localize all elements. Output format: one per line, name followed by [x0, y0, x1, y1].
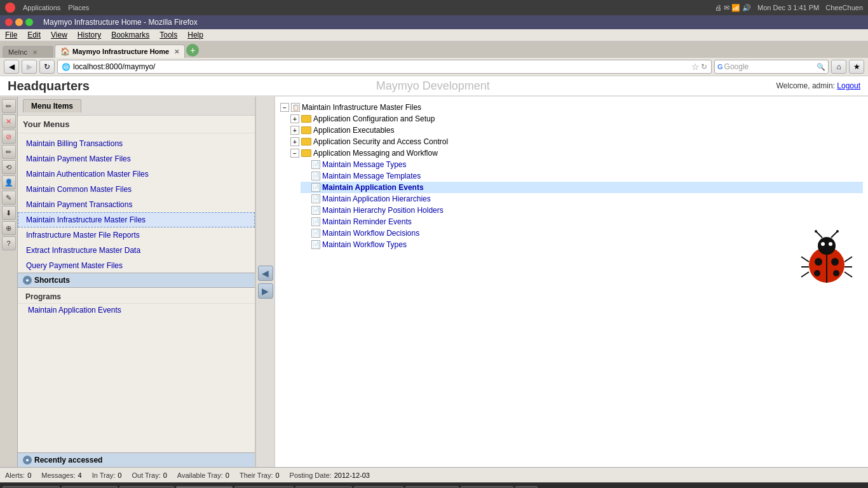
os-topbar-left: Applications Places [5, 3, 89, 13]
tree-root-icon: 📋 [291, 103, 300, 112]
svg-line-11 [831, 231, 837, 238]
search-text: Google [724, 62, 815, 71]
app-title: Headquarters [8, 79, 90, 93]
svg-line-18 [844, 272, 852, 277]
sidebar-icon-9[interactable]: ⊕ [2, 221, 16, 235]
sidebar-icon-3[interactable]: ⊘ [2, 130, 16, 144]
svg-line-16 [844, 257, 852, 262]
reload-button[interactable]: ↻ [39, 60, 55, 74]
out-tray-label: Out Tray: [132, 471, 160, 479]
os-applications[interactable]: Applications [23, 4, 60, 11]
shortcut-item-events[interactable]: Maintain Application Events [18, 304, 255, 316]
tab-add-button[interactable]: + [186, 44, 199, 57]
status-their-tray: Their Tray: 0 [240, 471, 280, 479]
svg-point-12 [836, 230, 839, 233]
tree-folder-appconfig [301, 115, 311, 123]
tree-toggle-appconfig[interactable]: + [290, 114, 299, 123]
back-button[interactable]: ◀ [4, 60, 19, 74]
menu-item-payment-trans[interactable]: Maintain Payment Transactions [18, 197, 255, 212]
tree-toggle-appexec[interactable]: + [290, 126, 299, 135]
status-available-tray: Available Tray: 0 [177, 471, 229, 479]
os-topbar-right: 🖨 ✉ 📶 🔊 Mon Dec 3 1:41 PM CheeChuen [715, 4, 863, 12]
tree-node-msgtemplates[interactable]: 📄 Maintain Message Templates [301, 170, 863, 182]
sidebar-icon-5[interactable]: ⟲ [2, 160, 16, 174]
tree-node-msgtypes[interactable]: 📄 Maintain Message Types [301, 159, 863, 170]
menu-history[interactable]: History [78, 30, 101, 39]
taskbar: maymyo / S... maymyo – '... ~/work/Mel..… [0, 482, 868, 488]
sidebar-icon-6[interactable]: 👤 [2, 175, 16, 189]
sidebar-icon-1[interactable]: ✏ [2, 99, 16, 113]
tab-meinc-close[interactable]: ✕ [32, 49, 37, 56]
menu-file[interactable]: File [5, 30, 17, 39]
tree-label-appexec: Application Executables [313, 126, 394, 135]
address-bar[interactable]: 🌐 localhost:8000/maymyo/ ☆ ↻ [57, 60, 712, 74]
tree-panel: − 📋 Maintain Infrastructure Master Files… [275, 97, 868, 467]
bookmark-button[interactable]: ★ [849, 60, 864, 74]
tree-node-appevents[interactable]: 📄 Maintain Application Events [301, 182, 863, 193]
status-posting-date: Posting Date: 2012-12-03 [290, 471, 370, 479]
app-center-title: Maymyo Development [90, 79, 776, 93]
browser-tabs: MeInc ✕ 🏠 Maymyo Infrastructure Home ✕ + [0, 41, 868, 58]
menu-panel: Menu Items Your Menus Maintain Billing T… [18, 97, 256, 467]
menu-tools[interactable]: Tools [159, 30, 177, 39]
menu-items-tab[interactable]: Menu Items [23, 99, 81, 112]
shortcuts-toggle[interactable]: ● [23, 276, 32, 285]
tree-node-appsec[interactable]: + Application Security and Access Contro… [290, 136, 863, 147]
tree-node-root[interactable]: − 📋 Maintain Infrastructure Master Files [280, 102, 863, 113]
menu-item-common[interactable]: Maintain Common Master Files [18, 182, 255, 197]
menu-item-extract[interactable]: Extract Infrastructure Master Data [18, 243, 255, 258]
os-user: CheeChuen [825, 4, 863, 11]
search-submit-icon[interactable]: 🔍 [817, 63, 825, 71]
status-messages: Messages: 4 [41, 471, 81, 479]
window-close[interactable] [5, 18, 13, 26]
search-bar[interactable]: G Google 🔍 [714, 60, 829, 74]
sidebar-icon-2[interactable]: ✕ [2, 114, 16, 128]
sidebar-icon-8[interactable]: ⬇ [2, 206, 16, 220]
forward-button[interactable]: ▶ [22, 60, 37, 74]
logout-link[interactable]: Logout [837, 81, 860, 90]
tree-node-messaging[interactable]: − Application Messaging and Workflow [290, 147, 863, 159]
os-places[interactable]: Places [68, 4, 89, 11]
tree-node-workflow-dec[interactable]: 📄 Maintain Workflow Decisions [301, 227, 863, 239]
menu-view[interactable]: View [51, 30, 67, 39]
tab-maymyo[interactable]: 🏠 Maymyo Infrastructure Home ✕ [55, 44, 185, 58]
recently-label: Recently accessed [34, 456, 102, 464]
tab-meinc[interactable]: MeInc ✕ [3, 46, 53, 58]
tree-node-appconfig[interactable]: + Application Configuration and Setup [290, 113, 863, 125]
menu-edit[interactable]: Edit [27, 30, 41, 39]
window-maximize[interactable] [25, 18, 33, 26]
menu-item-payment-master[interactable]: Maintain Payment Master Files [18, 151, 255, 166]
tree-node-appexec[interactable]: + Application Executables [290, 125, 863, 136]
browser-navbar: ◀ ▶ ↻ 🌐 localhost:8000/maymyo/ ☆ ↻ G Goo… [0, 58, 868, 76]
address-globe-icon: 🌐 [62, 63, 71, 71]
address-star-icon[interactable]: ☆ [691, 62, 700, 72]
menu-item-query[interactable]: Query Payment Master Files [18, 258, 255, 273]
menu-bookmarks[interactable]: Bookmarks [111, 30, 149, 39]
menu-item-infra-master[interactable]: Maintain Infrastructure Master Files [18, 212, 255, 227]
tree-node-hierpos[interactable]: 📄 Maintain Hierarchy Position Holders [301, 205, 863, 216]
tree-label-reminder: Maintain Reminder Events [322, 217, 412, 226]
menu-item-auth[interactable]: Maintain Authentication Master Files [18, 166, 255, 182]
recently-toggle[interactable]: ● [23, 456, 32, 464]
tab-maymyo-close[interactable]: ✕ [174, 48, 179, 55]
svg-point-10 [815, 230, 817, 233]
menu-help[interactable]: Help [187, 30, 203, 39]
tree-toggle-appsec[interactable]: + [290, 137, 299, 146]
tree-toggle-root[interactable]: − [280, 103, 289, 112]
sidebar-icon-4[interactable]: ✏ [2, 145, 16, 159]
sidebar-icon-10[interactable]: ? [2, 236, 16, 250]
nav-arrow-right[interactable]: ▶ [258, 283, 273, 299]
address-refresh-icon[interactable]: ↻ [701, 62, 707, 71]
tree-node-apphier[interactable]: 📄 Maintain Application Hierarchies [301, 193, 863, 205]
tree-toggle-messaging[interactable]: − [290, 149, 299, 158]
nav-arrow-left[interactable]: ◀ [258, 266, 273, 281]
menu-item-infra-reports[interactable]: Infrastructure Master File Reports [18, 227, 255, 243]
menu-list: Maintain Billing Transactions Maintain P… [18, 133, 255, 273]
tree-label-msgtemplates: Maintain Message Templates [322, 172, 421, 180]
home-button[interactable]: ⌂ [831, 60, 846, 74]
tree-node-workflow-types[interactable]: 📄 Maintain Workflow Types [301, 239, 863, 250]
window-minimize[interactable] [15, 18, 23, 26]
menu-item-billing[interactable]: Maintain Billing Transactions [18, 136, 255, 151]
tree-node-reminder[interactable]: 📄 Maintain Reminder Events [301, 216, 863, 227]
sidebar-icon-7[interactable]: ✎ [2, 191, 16, 205]
